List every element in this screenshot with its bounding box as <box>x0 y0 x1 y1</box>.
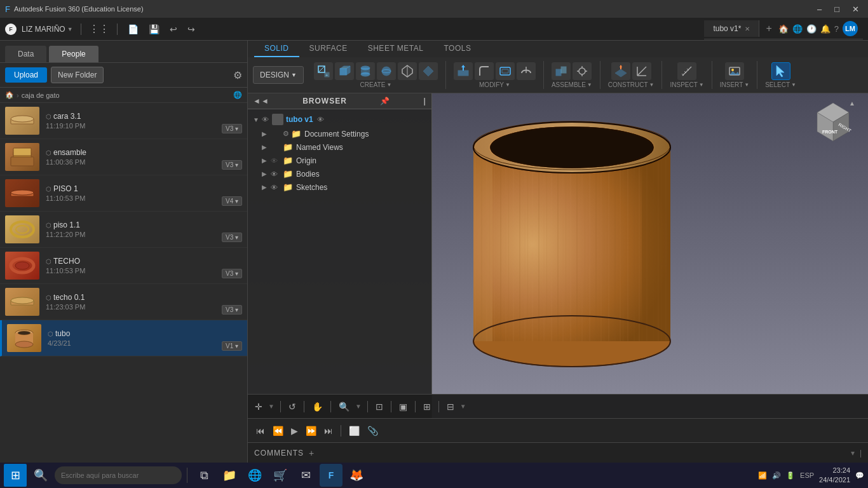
tree-root[interactable]: ▼ 👁 tubo v1 👁 <box>248 112 431 127</box>
modify-fillet-icon[interactable] <box>475 62 494 80</box>
taskbar-explorer-icon[interactable]: 📁 <box>218 464 241 487</box>
pan-icon[interactable]: ✛ <box>253 400 264 414</box>
help-icon[interactable]: ? <box>834 24 839 34</box>
battery-icon[interactable]: 🔋 <box>786 471 795 480</box>
construct-offset-plane-icon[interactable] <box>611 62 630 80</box>
doc-tab-close[interactable]: ✕ <box>745 25 750 32</box>
taskbar-search-icon[interactable]: 🔍 <box>29 464 52 487</box>
maximize-button[interactable]: □ <box>831 3 843 15</box>
taskbar-browser-icon[interactable]: 🦊 <box>345 464 368 487</box>
close-button[interactable]: ✕ <box>848 3 863 15</box>
clip-icon[interactable]: 📎 <box>365 424 380 438</box>
volume-icon[interactable]: 🔊 <box>772 471 781 480</box>
comments-collapse-icon[interactable]: ▾ <box>851 449 855 458</box>
tree-collapse-icon[interactable]: ▼ <box>253 116 262 123</box>
user-menu[interactable]: LIZ MARIÑO ▼ <box>22 25 73 34</box>
create-box-icon[interactable] <box>335 62 354 80</box>
modify-shell-icon[interactable] <box>496 62 515 80</box>
select-label[interactable]: SELECT▼ <box>765 81 796 88</box>
doc-tab-tubo[interactable]: tubo v1* ✕ <box>704 20 759 37</box>
network-icon[interactable]: 📶 <box>758 471 767 480</box>
zoom-fit-icon[interactable]: ⊡ <box>374 400 385 414</box>
breadcrumb-item[interactable]: caja de gato <box>22 92 60 99</box>
list-item[interactable]: ⬡piso 1.1 11:21:20 PM V3 ▾ <box>0 212 247 248</box>
create-sphere-icon[interactable] <box>377 62 396 80</box>
taskbar-search-input[interactable] <box>55 466 182 484</box>
viewport-options-icon[interactable]: ⊟ <box>445 400 456 414</box>
new-folder-button[interactable]: New Folder <box>51 67 104 83</box>
assemble-new-component-icon[interactable] <box>552 62 571 80</box>
hand-icon[interactable]: ✋ <box>310 400 325 414</box>
orbit-icon[interactable]: ↺ <box>287 400 298 414</box>
display-mode-icon[interactable]: ▣ <box>397 400 409 414</box>
create-sketch-icon[interactable]: + <box>314 62 333 80</box>
upload-button[interactable]: Upload <box>5 67 47 83</box>
tree-expand-icon[interactable]: ▶ <box>262 184 271 191</box>
clock-icon[interactable]: 🕐 <box>806 24 817 34</box>
create-extrude-icon[interactable] <box>398 62 417 80</box>
settings-gear-icon[interactable]: ⚙ <box>233 69 242 81</box>
browser-left-arrow[interactable]: ◄◄ <box>253 97 269 105</box>
animation-next-icon[interactable]: ⏩ <box>304 424 318 438</box>
assemble-joint-icon[interactable] <box>573 62 592 80</box>
animation-first-icon[interactable]: ⏮ <box>254 424 267 438</box>
view-cube-nav[interactable]: ▲ <box>849 100 855 107</box>
list-item[interactable]: ⬡cara 3.1 11:19:10 PM V3 ▾ <box>0 103 247 139</box>
undo-icon[interactable]: ↩ <box>167 22 180 37</box>
tree-expand-icon[interactable]: ▶ <box>262 130 271 137</box>
taskbar-clock[interactable]: 23:24 24/4/2021 <box>819 466 850 485</box>
zoom-icon[interactable]: 🔍 <box>337 400 351 414</box>
grid-icon[interactable]: ⊞ <box>421 400 433 414</box>
comments-side-collapse[interactable]: | <box>860 449 862 458</box>
visibility-icon[interactable]: 👁 <box>271 157 281 165</box>
new-file-icon[interactable]: 📄 <box>125 22 141 37</box>
browser-collapse-icon[interactable]: | <box>424 97 426 105</box>
taskbar-edge-icon[interactable]: 🌐 <box>243 464 266 487</box>
list-item[interactable]: ⬡PISO 1 11:10:53 PM V4 ▾ <box>0 175 247 212</box>
assemble-label[interactable]: ASSEMBLE▼ <box>552 81 592 88</box>
tab-surface[interactable]: SURFACE <box>299 41 358 57</box>
tab-sheet-metal[interactable]: SHEET METAL <box>358 41 434 57</box>
viewport[interactable]: ◄◄ BROWSER 📌 | ▼ 👁 tubo v1 👁 <box>248 93 868 418</box>
modify-label[interactable]: MODIFY▼ <box>479 81 510 88</box>
new-tab-button[interactable]: + <box>759 19 778 38</box>
tree-expand-icon[interactable]: ▶ <box>262 170 271 177</box>
inspect-measure-icon[interactable] <box>677 62 696 80</box>
tree-item-bodies[interactable]: ▶ 👁 📁 Bodies <box>248 167 431 180</box>
visibility-icon[interactable]: 👁 <box>271 170 281 178</box>
notification-icon[interactable]: 💬 <box>855 471 864 480</box>
globe-icon[interactable]: 🌐 <box>792 24 803 34</box>
tree-item-doc-settings[interactable]: ▶ ⚙ 📁 Document Settings <box>248 127 431 140</box>
taskbar-view-icon[interactable]: ⧉ <box>193 464 215 487</box>
taskbar-mail-icon[interactable]: ✉ <box>294 464 317 487</box>
add-comment-icon[interactable]: + <box>309 448 314 458</box>
create-cylinder-icon[interactable] <box>356 62 375 80</box>
list-item[interactable]: ⬡TECHO 11:10:53 PM V3 ▾ <box>0 248 247 284</box>
construct-label[interactable]: CONSTRUCT▼ <box>608 81 654 88</box>
create-label[interactable]: CREATE▼ <box>360 81 392 88</box>
save-icon[interactable]: 💾 <box>146 22 162 37</box>
vp-dropdown1[interactable]: ▼ <box>268 403 275 410</box>
animation-last-icon[interactable]: ⏭ <box>322 424 335 438</box>
tree-item-sketches[interactable]: ▶ 👁 📁 Sketches <box>248 180 431 194</box>
visibility-icon[interactable]: 👁 <box>262 116 272 123</box>
inspect-label[interactable]: INSPECT▼ <box>670 81 703 88</box>
user-avatar[interactable]: LM <box>843 21 858 36</box>
home-icon[interactable]: 🏠 <box>778 24 789 34</box>
tree-item-origin[interactable]: ▶ 👁 📁 Origin <box>248 154 431 167</box>
view-cube[interactable]: FRONT RIGHT ▲ <box>811 100 855 144</box>
taskbar-fusion-icon[interactable]: F <box>320 464 342 487</box>
tab-tools[interactable]: TOOLS <box>433 41 481 57</box>
modify-more-icon[interactable] <box>517 62 536 80</box>
taskbar-store-icon[interactable]: 🛒 <box>269 464 292 487</box>
bell-icon[interactable]: 🔔 <box>820 24 831 34</box>
tab-data[interactable]: Data <box>5 46 46 62</box>
tree-item-named-views[interactable]: ▶ 📁 Named Views <box>248 140 431 154</box>
tree-expand-icon[interactable]: ▶ <box>262 157 271 164</box>
browser-pin-icon[interactable]: 📌 <box>380 97 390 105</box>
vp-dropdown2[interactable]: ▼ <box>355 403 362 410</box>
start-button[interactable]: ⊞ <box>4 464 27 487</box>
tab-people[interactable]: People <box>49 46 98 62</box>
animation-prev-icon[interactable]: ⏪ <box>271 424 285 438</box>
construct-more-icon[interactable] <box>632 62 651 80</box>
